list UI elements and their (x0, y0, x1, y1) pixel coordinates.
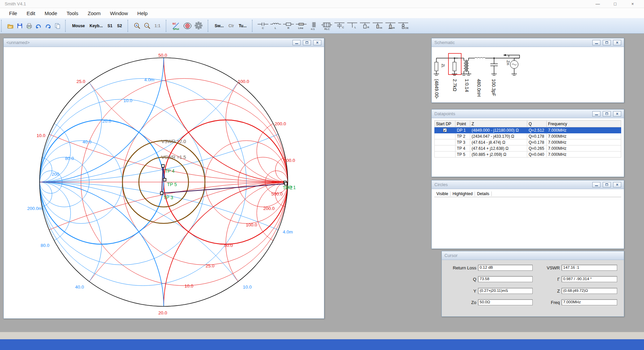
start-dp-cell[interactable] (435, 151, 455, 158)
frequency-cell: 7.000MHz (547, 151, 621, 158)
settings-gear-button[interactable] (193, 21, 205, 31)
toolbar-button-mouse[interactable]: Mouse (70, 21, 87, 31)
circles-column-visible[interactable]: Visible (434, 191, 450, 196)
component-button-line[interactable]: Line (295, 20, 308, 32)
cursor-titlebar[interactable]: Cursor (442, 251, 624, 260)
column-header-start-dp[interactable]: Start DP (435, 121, 455, 127)
toolbar-button-keyb[interactable]: Keyb... (87, 21, 105, 31)
start-dp-checkbox[interactable]: ✔ (443, 128, 447, 132)
column-header-frequency[interactable]: Frequency (547, 121, 621, 127)
cursor-value-return-loss[interactable]: 0.12 dB (478, 265, 533, 271)
impedance-label: 25.0 (206, 263, 214, 268)
table-row-tp2[interactable]: TP 2(2434.047 - j433.170) ΩQ=0.1787.000M… (435, 133, 621, 139)
component-button-shunt-l[interactable]: L (346, 20, 359, 32)
datapoint-marker-tp5[interactable] (163, 178, 166, 181)
app-maximize-button[interactable]: □ (606, 0, 624, 8)
component-button-series-c[interactable]: C (257, 20, 269, 32)
cursor-value-freq[interactable]: 7.000MHz (561, 299, 617, 305)
table-row-tp4[interactable]: TP 4(47.614 + j12.638) ΩQ=0.2657.000MHz (435, 145, 621, 151)
component-button-rlc[interactable]: RLC (320, 20, 333, 32)
datapoint-marker-tp4[interactable] (162, 165, 164, 167)
column-header-z[interactable]: Z (470, 121, 527, 127)
rlc-icon: RLC (321, 21, 332, 30)
start-dp-cell[interactable] (435, 133, 455, 139)
component-button-shunt-os[interactable]: os (371, 20, 384, 32)
start-dp-cell[interactable] (435, 145, 455, 151)
datapoints-window-buttons-close[interactable]: × (613, 111, 621, 117)
taskbar[interactable] (0, 339, 644, 350)
table-row-dp1[interactable]: ✔DP 1(4849.000 - j12180.000) ΩQ=2.5127.0… (435, 127, 621, 133)
cursor-value-zo[interactable]: 50.0Ω (478, 299, 533, 305)
toolbar-button-sw[interactable]: Sw... (212, 21, 226, 31)
toolbar-separator (166, 20, 167, 32)
component-button-shunt-c[interactable]: C (333, 20, 346, 32)
chart-window-titlebar[interactable]: <unnamed> × (4, 38, 324, 47)
save-button[interactable] (15, 21, 24, 31)
schematic-titlebar[interactable]: Schematic × (432, 38, 624, 47)
print-button[interactable] (24, 21, 34, 31)
toolbar-button-clr[interactable]: Clr (226, 21, 236, 31)
menu-item-edit[interactable]: Edit (22, 9, 40, 17)
cursor-value-y[interactable]: (0.27+j20.11)mS (478, 288, 533, 294)
susceptance-arc (4, 182, 288, 318)
zoom-in-button[interactable]: + (132, 21, 142, 31)
cursor-value-γ[interactable]: 0.987 / -90.314 ° (561, 276, 617, 282)
toolbar-button-tu[interactable]: Tu... (236, 21, 249, 31)
chart-window-buttons-maximize[interactable] (303, 40, 311, 45)
schematic-window-buttons-minimize[interactable] (592, 40, 600, 45)
menu-item-zoom[interactable]: Zoom (83, 9, 105, 17)
menu-item-help[interactable]: Help (132, 9, 152, 17)
schematic-drawing[interactable]: ZLZin(4849.00-2.7kΩ1:0.14480.0nH100.3pF (432, 47, 624, 102)
menu-item-tools[interactable]: Tools (62, 9, 83, 17)
circles-column-highlighted[interactable]: Highlighted (450, 191, 475, 196)
cursor-value-vswr[interactable]: 147.16 :1 (561, 265, 617, 271)
component-button-shunt-oe[interactable]: OE (397, 20, 410, 32)
datapoints-titlebar[interactable]: Datapoints × (432, 110, 624, 118)
component-button-series-r[interactable]: R (282, 20, 295, 32)
datapoints-window-buttons-maximize[interactable] (603, 111, 611, 117)
datapoint-marker-tp3[interactable] (160, 192, 163, 194)
copy-button[interactable] (53, 21, 62, 31)
toolbar-button-s2[interactable]: S2 (115, 21, 124, 31)
menu-item-window[interactable]: Window (105, 9, 132, 17)
datapoint-marker-tp2[interactable] (284, 182, 287, 185)
start-dp-cell[interactable]: ✔ (435, 127, 455, 133)
circles-list-empty[interactable] (432, 197, 624, 241)
table-row-tp3[interactable]: TP 3(47.614 - j8.474) ΩQ=0.1787.000MHz (435, 139, 621, 145)
app-close-button[interactable]: × (624, 0, 641, 8)
column-header-q[interactable]: Q (527, 121, 547, 127)
table-row-tp5[interactable]: TP 5(50.885 + j2.059) ΩQ=0.0407.000MHz (435, 151, 621, 158)
cursor-value-q[interactable]: 73.58 (478, 276, 533, 282)
reactance-arc (226, 182, 324, 306)
component-button-shunt-r[interactable]: R (359, 20, 371, 32)
sc-splot-button[interactable]: SCSPlot (170, 21, 182, 31)
app-minimize-button[interactable]: — (589, 0, 606, 8)
circles-window-buttons-close[interactable]: × (613, 182, 621, 187)
open-file-button[interactable] (6, 21, 15, 31)
cursor-value-z[interactable]: (0.68-j49.72)Ω (561, 288, 617, 294)
zoom-out-button[interactable]: − (142, 21, 152, 31)
component-button-series-l[interactable]: L (269, 20, 282, 32)
undo-button[interactable] (34, 21, 43, 31)
menu-item-mode[interactable]: Mode (40, 9, 62, 17)
chart-window-buttons-close[interactable]: × (313, 40, 321, 45)
chart-window-buttons-minimize[interactable] (292, 40, 301, 45)
circles-titlebar[interactable]: Circles × (432, 180, 624, 189)
circles-window-buttons-maximize[interactable] (603, 182, 611, 187)
component-button-transformer[interactable]: n:1 (308, 20, 320, 32)
circles-tool-button[interactable] (182, 21, 193, 31)
circles-window-buttons-minimize[interactable] (592, 182, 600, 187)
circles-column-details[interactable]: Details (475, 191, 492, 196)
column-header-point[interactable]: Point (455, 121, 470, 127)
redo-button[interactable] (43, 21, 53, 31)
datapoints-window-buttons-minimize[interactable] (592, 111, 600, 117)
datapoint-label: TP 4 (165, 168, 175, 174)
toolbar-button-s1[interactable]: S1 (105, 21, 115, 31)
smith-chart[interactable]: VSWR =2.0VSWR =1.550.025.0100.010.0200.0… (4, 47, 324, 318)
schematic-window-buttons-close[interactable]: × (613, 40, 621, 45)
menu-item-file[interactable]: File (4, 9, 22, 17)
schematic-window-buttons-maximize[interactable] (603, 40, 611, 45)
zoom-1to1-button[interactable]: 1:1 (152, 21, 163, 31)
component-button-shunt-ss[interactable]: ss (384, 20, 397, 32)
start-dp-cell[interactable] (435, 139, 455, 145)
